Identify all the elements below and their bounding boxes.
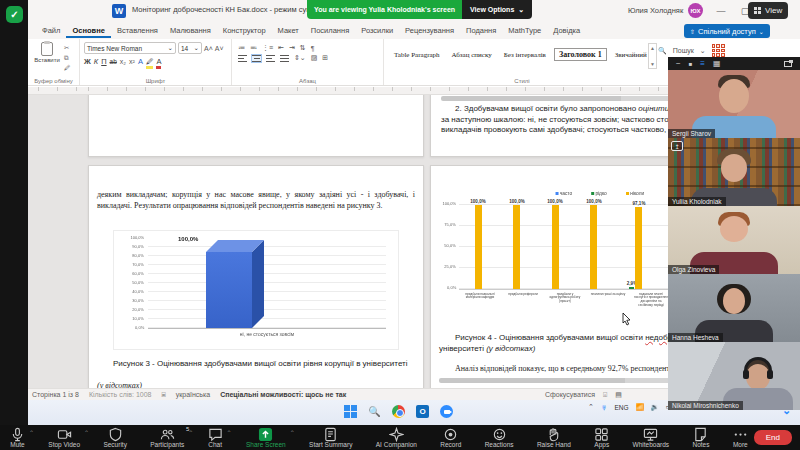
- participant-tile[interactable]: Sergii Sharov: [668, 70, 800, 138]
- panel-popout-icon[interactable]: [784, 61, 792, 67]
- account-avatar[interactable]: ЮХ: [688, 3, 703, 18]
- align-left-button[interactable]: [238, 55, 247, 62]
- grow-font-icon[interactable]: A˄: [204, 45, 213, 52]
- superscript-button[interactable]: x²: [129, 58, 135, 65]
- toolbar-summary-button[interactable]: Start Summary: [309, 427, 352, 448]
- tab-Довідка[interactable]: Довідка: [547, 23, 586, 38]
- toolbar-participants-button[interactable]: Participants5⌃: [150, 427, 184, 448]
- panel-strip-view-icon[interactable]: ≡: [700, 59, 705, 68]
- strikethrough-button[interactable]: ab: [110, 58, 117, 65]
- zoom-app-icon[interactable]: [439, 404, 454, 419]
- toolbar-hand-button[interactable]: Raise Hand: [537, 427, 571, 448]
- more-participants-arrow[interactable]: ⌄: [782, 404, 791, 417]
- toolbar-notes-button[interactable]: Notes: [692, 427, 709, 448]
- word-count[interactable]: Кількість слів: 1008: [89, 391, 152, 398]
- share-access-button[interactable]: ⇧ Спільний доступ ⌄: [684, 24, 770, 38]
- multilevel-list-button[interactable]: ⋮≡: [262, 44, 273, 52]
- tab-Конструктор[interactable]: Конструктор: [217, 23, 272, 38]
- style-Заголовок 1[interactable]: Заголовок 1: [554, 48, 607, 61]
- line-spacing-button[interactable]: ⇕⌄: [294, 54, 306, 62]
- toolbar-reactions-button[interactable]: Reactions: [485, 427, 514, 448]
- toolbar-apps-button[interactable]: Apps: [594, 427, 609, 448]
- chevron-up-icon[interactable]: ⌃: [188, 429, 193, 436]
- shading-button[interactable]: ▨: [311, 54, 318, 62]
- tab-Розсилки[interactable]: Розсилки: [355, 23, 399, 38]
- styles-scroll[interactable]: ▲▼: [648, 43, 657, 69]
- shrink-font-icon[interactable]: A˅: [215, 45, 224, 52]
- toolbar-mute-button[interactable]: Mute⌃: [10, 427, 25, 448]
- tray-expand-icon[interactable]: ⌃: [588, 403, 594, 411]
- borders-button[interactable]: ⊞: [322, 54, 328, 62]
- cut-icon[interactable]: ✂: [64, 44, 71, 52]
- chevron-up-icon[interactable]: ⌃: [290, 429, 295, 436]
- tab-Малювання[interactable]: Малювання: [164, 23, 217, 38]
- justify-button[interactable]: [280, 55, 289, 62]
- chrome-icon[interactable]: [391, 404, 406, 419]
- numbering-button[interactable]: ≕: [250, 44, 257, 52]
- toolbar-ai-button[interactable]: AI Companion: [376, 427, 417, 448]
- copy-icon[interactable]: ⧉: [64, 54, 71, 62]
- style-Абзац списку[interactable]: Абзац списку: [448, 49, 496, 61]
- windows-start-button[interactable]: [343, 404, 358, 419]
- toolbar-whiteboards-button[interactable]: Whiteboards: [633, 427, 670, 448]
- bullets-button[interactable]: ≔: [238, 44, 245, 52]
- page-indicator[interactable]: Сторінка 1 із 8: [32, 391, 79, 398]
- outlook-icon[interactable]: O: [415, 404, 430, 419]
- italic-button[interactable]: К: [94, 57, 98, 66]
- accessibility-status[interactable]: Спеціальні можливості: щось не так: [220, 391, 346, 398]
- paste-button[interactable]: Вставити: [34, 42, 60, 63]
- decrease-indent-button[interactable]: ⇤: [278, 44, 284, 52]
- panel-minimize-icon[interactable]: −: [676, 59, 681, 68]
- font-name-select[interactable]: Times New Roman⌄: [84, 42, 176, 54]
- participant-tile[interactable]: Hanna Hesheva: [668, 274, 800, 342]
- wifi-icon[interactable]: 📶: [635, 403, 643, 411]
- focus-button[interactable]: Сфокусуватися: [545, 391, 595, 398]
- participant-tile[interactable]: ↥Yuliia Kholodniak: [668, 138, 800, 206]
- taskbar-search-icon[interactable]: 🔍: [367, 404, 382, 419]
- align-right-button[interactable]: [266, 55, 275, 62]
- panel-grid-view-icon[interactable]: ▦: [713, 59, 721, 68]
- screen-share-indicator-icon[interactable]: ✓: [6, 6, 23, 23]
- zoom-view-button[interactable]: View: [748, 2, 788, 19]
- align-center-button[interactable]: [252, 55, 261, 62]
- toolbar-share-button[interactable]: Share Screen⌃: [246, 427, 286, 448]
- panel-small-view-icon[interactable]: ■: [689, 61, 693, 67]
- tray-language[interactable]: ENG: [614, 404, 628, 411]
- toolbar-record-button[interactable]: Record: [440, 427, 461, 448]
- chevron-up-icon[interactable]: ⌃: [227, 429, 232, 436]
- sort-button[interactable]: ⇅: [300, 44, 306, 52]
- tab-Основне[interactable]: Основне: [66, 23, 110, 38]
- bold-button[interactable]: Ж: [84, 57, 91, 66]
- minimize-button[interactable]: —: [710, 0, 732, 22]
- read-mode-icon[interactable]: ⌻: [603, 391, 607, 399]
- tab-MathType[interactable]: MathType: [502, 23, 547, 38]
- style-Звичайний[interactable]: Звичайний: [611, 49, 651, 61]
- page-left[interactable]: деяким викладачам; корупція у нас масове…: [88, 165, 424, 388]
- toolbar-more-button[interactable]: More: [733, 427, 748, 448]
- volume-icon[interactable]: 🔉: [651, 403, 659, 411]
- language-indicator[interactable]: українська: [176, 391, 210, 398]
- view-options-button[interactable]: View Options ⌄: [462, 0, 532, 19]
- end-meeting-button[interactable]: End: [754, 430, 792, 445]
- tray-mic-icon[interactable]: 🎙: [601, 404, 608, 411]
- style-Без інтервалів[interactable]: Без інтервалів: [500, 49, 550, 61]
- participant-tile[interactable]: Olga Zinovieva: [668, 206, 800, 274]
- page-left-top[interactable]: [88, 95, 424, 157]
- mathtype-grid-icon[interactable]: [712, 44, 725, 57]
- participant-tile[interactable]: Nikolai Miroshnichenko: [668, 342, 800, 410]
- tab-Вставлення[interactable]: Вставлення: [111, 23, 164, 38]
- underline-button[interactable]: П: [101, 57, 106, 66]
- proofing-icon[interactable]: ⌸: [162, 391, 166, 399]
- chevron-up-icon[interactable]: ⌃: [29, 429, 34, 436]
- increase-indent-button[interactable]: ⇥: [289, 44, 295, 52]
- tab-Рецензування[interactable]: Рецензування: [399, 23, 460, 38]
- font-color-button[interactable]: А: [156, 57, 161, 69]
- tab-Подання[interactable]: Подання: [460, 23, 502, 38]
- print-layout-icon[interactable]: ▤: [615, 391, 622, 399]
- text-effects-button[interactable]: А: [138, 57, 143, 66]
- toolbar-chat-button[interactable]: Chat⌃: [208, 427, 223, 448]
- toolbar-security-button[interactable]: Security: [103, 427, 126, 448]
- subscript-button[interactable]: x₂: [120, 58, 126, 65]
- chevron-up-icon[interactable]: ⌃: [84, 429, 89, 436]
- pilcrow-button[interactable]: ¶: [311, 45, 315, 52]
